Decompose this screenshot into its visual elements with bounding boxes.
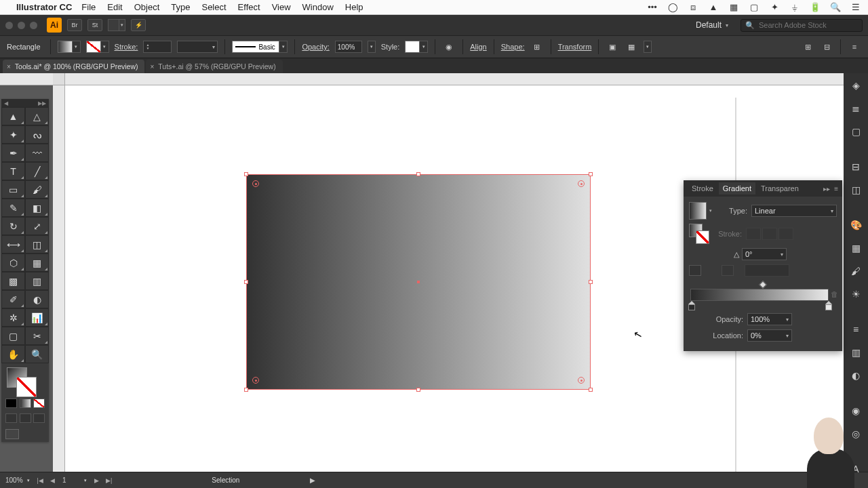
corner-widget[interactable] — [252, 180, 259, 187]
eyedropper-tool[interactable]: ✐ — [1, 290, 25, 308]
blend-tool[interactable]: ◐ — [25, 290, 49, 308]
perspective-tool[interactable]: ▦ — [25, 253, 49, 272]
width-tool[interactable]: ⟷ — [1, 235, 25, 253]
color-stop-2[interactable] — [825, 301, 833, 310]
menu-type[interactable]: Type — [171, 2, 190, 12]
selection-tool[interactable]: ▲ — [1, 107, 25, 125]
status-battery-icon[interactable]: 🔋 — [810, 3, 821, 12]
profile-dropdown[interactable]: ▾ — [177, 41, 218, 53]
status-dots-icon[interactable]: ••• — [647, 3, 658, 12]
last-artboard-button[interactable]: ▶| — [104, 477, 114, 484]
arrange-docs-dropdown[interactable]: ▾ — [108, 19, 125, 31]
style-dropdown[interactable]: ▾ — [405, 41, 428, 53]
draw-normal-button[interactable] — [5, 413, 17, 423]
curvature-tool[interactable]: 〰 — [25, 144, 49, 162]
gradient-ramp[interactable] — [690, 289, 829, 301]
transform-panel-link[interactable]: Transform — [558, 43, 592, 51]
doc-tab-active[interactable]: × Tools.ai* @ 100% (RGB/GPU Preview) — [3, 60, 144, 73]
type-tool[interactable]: T — [1, 162, 25, 180]
layers-panel-icon[interactable]: ≣ — [849, 103, 863, 114]
stroke-weight-field[interactable]: ▲▼ — [143, 41, 172, 53]
color-panel-icon[interactable]: 🎨 — [849, 220, 863, 230]
opacity-dropdown[interactable]: ▾ — [368, 41, 376, 53]
artboard-nav-dropdown[interactable]: 1 ▾ — [60, 474, 90, 487]
layout-icon-1[interactable]: ⊞ — [801, 41, 814, 53]
gradient-preset-dropdown[interactable]: ▾ — [709, 208, 716, 214]
stroke-panel-link[interactable]: Stroke: — [115, 43, 138, 51]
rectangle-tool[interactable]: ▭ — [1, 180, 25, 199]
align-panel-icon[interactable]: ⊟ — [849, 161, 863, 172]
stock-button[interactable]: St — [87, 19, 102, 31]
menu-help[interactable]: Help — [345, 2, 363, 12]
menu-object[interactable]: Object — [134, 2, 160, 12]
appearance-panel-icon[interactable]: ◉ — [849, 405, 863, 416]
status-dropbox-icon[interactable]: ⧈ — [688, 3, 698, 12]
status-menu-icon[interactable]: ☰ — [850, 3, 861, 12]
corner-widget[interactable] — [578, 377, 585, 384]
gpu-button[interactable]: ⚡ — [131, 19, 146, 31]
tab-gradient[interactable]: Gradient — [719, 182, 755, 195]
resize-handle[interactable] — [244, 388, 248, 392]
none-color-button[interactable] — [33, 399, 45, 408]
apply-along-button[interactable] — [762, 228, 777, 240]
resize-handle[interactable] — [244, 172, 248, 176]
search-input[interactable] — [759, 21, 858, 29]
direct-selection-tool[interactable]: △ — [25, 107, 49, 125]
gradient-panel-icon[interactable]: ▥ — [849, 347, 863, 358]
opacity-field[interactable]: 100% — [335, 41, 362, 53]
app-name[interactable]: Illustrator CC — [16, 2, 72, 12]
status-circle-icon[interactable]: ◯ — [667, 3, 678, 12]
gradient-color-button[interactable] — [20, 399, 31, 408]
doc-tab-inactive[interactable]: × Tuts+.ai @ 57% (RGB/GPU Preview) — [146, 60, 282, 73]
status-spotlight-icon[interactable]: 🔍 — [830, 3, 841, 12]
vertical-ruler[interactable] — [53, 73, 65, 472]
status-flame-icon[interactable]: ▲ — [708, 3, 719, 12]
menu-view[interactable]: View — [272, 2, 291, 12]
panel-menu-icon[interactable]: ≡ — [834, 185, 838, 192]
search-stock-field[interactable]: 🔍 — [741, 19, 863, 32]
workspace-switcher[interactable]: Default ▾ — [696, 20, 728, 30]
collapse-panel-icon[interactable]: ▸▸ — [823, 185, 830, 192]
reverse-gradient-button[interactable] — [689, 265, 701, 276]
artboard-tool[interactable]: ▢ — [1, 327, 25, 345]
transparency-panel-icon[interactable]: ◐ — [849, 370, 863, 381]
zoom-button[interactable] — [30, 22, 37, 29]
opacity-panel-link[interactable]: Opacity: — [302, 43, 329, 51]
shape-properties-icon[interactable]: ⊞ — [530, 41, 544, 53]
menu-window[interactable]: Window — [302, 2, 334, 12]
menu-edit[interactable]: Edit — [107, 2, 122, 12]
stop-opacity-field[interactable]: 100%▾ — [747, 313, 792, 325]
corner-widget[interactable] — [252, 377, 259, 384]
menu-file[interactable]: File — [81, 2, 96, 12]
gradient-preview[interactable] — [689, 202, 707, 220]
shaper-tool[interactable]: ✎ — [1, 199, 25, 217]
isolate-icon[interactable]: ▣ — [606, 41, 619, 53]
delete-stop-icon[interactable]: 🗑 — [831, 290, 838, 298]
screen-mode-button[interactable] — [1, 426, 49, 442]
apply-across-button[interactable] — [778, 228, 793, 240]
properties-panel-icon[interactable]: ◈ — [849, 80, 863, 91]
horizontal-ruler[interactable] — [0, 73, 868, 85]
bridge-button[interactable]: Br — [67, 19, 82, 31]
apply-within-button[interactable] — [746, 228, 761, 240]
fill-stroke-indicator[interactable] — [1, 363, 49, 399]
status-wifi-icon[interactable]: ⏚ — [789, 3, 800, 12]
zoom-tool[interactable]: 🔍 — [25, 345, 49, 363]
close-tab-icon[interactable]: × — [7, 63, 11, 70]
resize-handle[interactable] — [244, 280, 248, 284]
shape-panel-link[interactable]: Shape: — [501, 43, 525, 51]
symbols-panel-icon[interactable]: ☀ — [849, 289, 863, 300]
tab-transparency[interactable]: Transparen — [757, 182, 803, 195]
magic-wand-tool[interactable]: ✦ — [1, 125, 25, 144]
status-calendar-icon[interactable]: ▢ — [749, 3, 760, 12]
ruler-origin[interactable] — [53, 73, 65, 85]
fill-swatch-dropdown[interactable]: ▾ — [58, 41, 81, 53]
first-artboard-button[interactable]: |◀ — [35, 477, 45, 484]
resize-handle[interactable] — [589, 388, 593, 392]
resize-handle[interactable] — [416, 172, 420, 176]
lasso-tool[interactable]: ᔓ — [25, 125, 49, 144]
stroke-swatch-dropdown[interactable]: ▾ — [86, 41, 109, 53]
scale-tool[interactable]: ⤢ — [25, 217, 49, 235]
menu-effect[interactable]: Effect — [238, 2, 260, 12]
shape-builder-tool[interactable]: ⬡ — [1, 253, 25, 272]
